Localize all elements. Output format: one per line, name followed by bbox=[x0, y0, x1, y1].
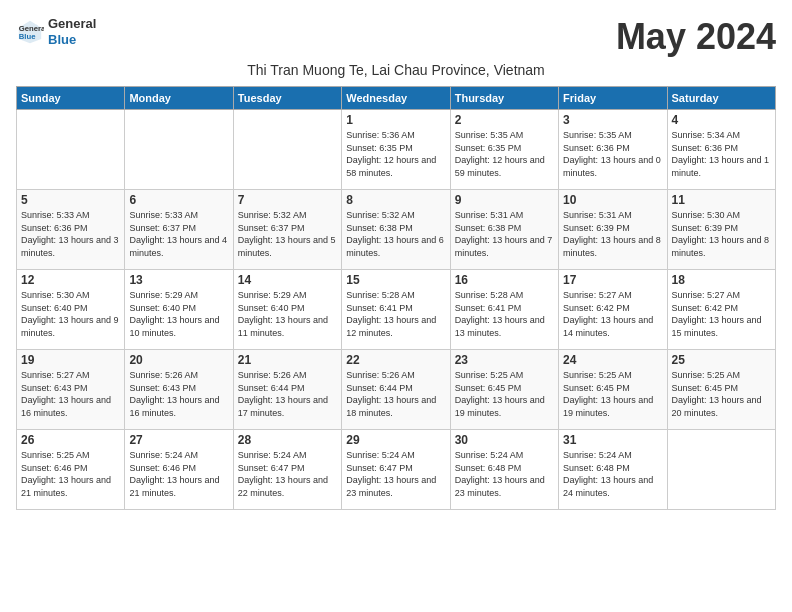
day-info: Sunrise: 5:24 AMSunset: 6:48 PMDaylight:… bbox=[455, 449, 554, 499]
day-info: Sunrise: 5:29 AMSunset: 6:40 PMDaylight:… bbox=[129, 289, 228, 339]
subtitle: Thi Tran Muong Te, Lai Chau Province, Vi… bbox=[16, 62, 776, 78]
day-header-monday: Monday bbox=[125, 87, 233, 110]
calendar-cell: 13Sunrise: 5:29 AMSunset: 6:40 PMDayligh… bbox=[125, 270, 233, 350]
calendar-cell bbox=[125, 110, 233, 190]
calendar-table: SundayMondayTuesdayWednesdayThursdayFrid… bbox=[16, 86, 776, 510]
day-number: 9 bbox=[455, 193, 554, 207]
day-info: Sunrise: 5:33 AMSunset: 6:37 PMDaylight:… bbox=[129, 209, 228, 259]
day-info: Sunrise: 5:32 AMSunset: 6:37 PMDaylight:… bbox=[238, 209, 337, 259]
day-info: Sunrise: 5:25 AMSunset: 6:45 PMDaylight:… bbox=[455, 369, 554, 419]
calendar-week-5: 26Sunrise: 5:25 AMSunset: 6:46 PMDayligh… bbox=[17, 430, 776, 510]
day-info: Sunrise: 5:24 AMSunset: 6:47 PMDaylight:… bbox=[346, 449, 445, 499]
calendar-cell: 5Sunrise: 5:33 AMSunset: 6:36 PMDaylight… bbox=[17, 190, 125, 270]
calendar-cell: 8Sunrise: 5:32 AMSunset: 6:38 PMDaylight… bbox=[342, 190, 450, 270]
day-number: 28 bbox=[238, 433, 337, 447]
calendar-cell: 24Sunrise: 5:25 AMSunset: 6:45 PMDayligh… bbox=[559, 350, 667, 430]
day-number: 7 bbox=[238, 193, 337, 207]
day-info: Sunrise: 5:32 AMSunset: 6:38 PMDaylight:… bbox=[346, 209, 445, 259]
day-number: 24 bbox=[563, 353, 662, 367]
day-info: Sunrise: 5:24 AMSunset: 6:48 PMDaylight:… bbox=[563, 449, 662, 499]
day-number: 20 bbox=[129, 353, 228, 367]
calendar-cell: 21Sunrise: 5:26 AMSunset: 6:44 PMDayligh… bbox=[233, 350, 341, 430]
calendar-cell: 29Sunrise: 5:24 AMSunset: 6:47 PMDayligh… bbox=[342, 430, 450, 510]
calendar-cell: 10Sunrise: 5:31 AMSunset: 6:39 PMDayligh… bbox=[559, 190, 667, 270]
day-number: 6 bbox=[129, 193, 228, 207]
day-number: 29 bbox=[346, 433, 445, 447]
calendar-cell: 2Sunrise: 5:35 AMSunset: 6:35 PMDaylight… bbox=[450, 110, 558, 190]
day-number: 1 bbox=[346, 113, 445, 127]
day-info: Sunrise: 5:31 AMSunset: 6:39 PMDaylight:… bbox=[563, 209, 662, 259]
calendar-cell: 19Sunrise: 5:27 AMSunset: 6:43 PMDayligh… bbox=[17, 350, 125, 430]
day-number: 27 bbox=[129, 433, 228, 447]
calendar-cell: 26Sunrise: 5:25 AMSunset: 6:46 PMDayligh… bbox=[17, 430, 125, 510]
day-number: 11 bbox=[672, 193, 771, 207]
day-number: 3 bbox=[563, 113, 662, 127]
day-header-tuesday: Tuesday bbox=[233, 87, 341, 110]
day-info: Sunrise: 5:24 AMSunset: 6:46 PMDaylight:… bbox=[129, 449, 228, 499]
calendar-cell: 11Sunrise: 5:30 AMSunset: 6:39 PMDayligh… bbox=[667, 190, 775, 270]
day-info: Sunrise: 5:29 AMSunset: 6:40 PMDaylight:… bbox=[238, 289, 337, 339]
day-info: Sunrise: 5:34 AMSunset: 6:36 PMDaylight:… bbox=[672, 129, 771, 179]
day-number: 21 bbox=[238, 353, 337, 367]
calendar-cell: 15Sunrise: 5:28 AMSunset: 6:41 PMDayligh… bbox=[342, 270, 450, 350]
calendar-week-2: 5Sunrise: 5:33 AMSunset: 6:36 PMDaylight… bbox=[17, 190, 776, 270]
calendar-cell: 12Sunrise: 5:30 AMSunset: 6:40 PMDayligh… bbox=[17, 270, 125, 350]
logo-text-general: General bbox=[48, 16, 96, 32]
day-number: 31 bbox=[563, 433, 662, 447]
calendar-cell: 25Sunrise: 5:25 AMSunset: 6:45 PMDayligh… bbox=[667, 350, 775, 430]
day-info: Sunrise: 5:36 AMSunset: 6:35 PMDaylight:… bbox=[346, 129, 445, 179]
day-number: 12 bbox=[21, 273, 120, 287]
calendar-cell bbox=[233, 110, 341, 190]
day-info: Sunrise: 5:31 AMSunset: 6:38 PMDaylight:… bbox=[455, 209, 554, 259]
calendar-cell: 17Sunrise: 5:27 AMSunset: 6:42 PMDayligh… bbox=[559, 270, 667, 350]
day-info: Sunrise: 5:27 AMSunset: 6:42 PMDaylight:… bbox=[563, 289, 662, 339]
calendar-cell: 30Sunrise: 5:24 AMSunset: 6:48 PMDayligh… bbox=[450, 430, 558, 510]
calendar-cell bbox=[667, 430, 775, 510]
day-number: 30 bbox=[455, 433, 554, 447]
day-info: Sunrise: 5:27 AMSunset: 6:43 PMDaylight:… bbox=[21, 369, 120, 419]
day-number: 19 bbox=[21, 353, 120, 367]
calendar-week-4: 19Sunrise: 5:27 AMSunset: 6:43 PMDayligh… bbox=[17, 350, 776, 430]
calendar-cell: 3Sunrise: 5:35 AMSunset: 6:36 PMDaylight… bbox=[559, 110, 667, 190]
logo: General Blue General Blue bbox=[16, 16, 96, 47]
calendar-cell: 20Sunrise: 5:26 AMSunset: 6:43 PMDayligh… bbox=[125, 350, 233, 430]
day-info: Sunrise: 5:30 AMSunset: 6:39 PMDaylight:… bbox=[672, 209, 771, 259]
calendar-cell: 6Sunrise: 5:33 AMSunset: 6:37 PMDaylight… bbox=[125, 190, 233, 270]
calendar-cell: 22Sunrise: 5:26 AMSunset: 6:44 PMDayligh… bbox=[342, 350, 450, 430]
day-info: Sunrise: 5:25 AMSunset: 6:46 PMDaylight:… bbox=[21, 449, 120, 499]
calendar-cell: 4Sunrise: 5:34 AMSunset: 6:36 PMDaylight… bbox=[667, 110, 775, 190]
day-info: Sunrise: 5:25 AMSunset: 6:45 PMDaylight:… bbox=[563, 369, 662, 419]
page-header: General Blue General Blue May 2024 bbox=[16, 16, 776, 58]
calendar-cell: 23Sunrise: 5:25 AMSunset: 6:45 PMDayligh… bbox=[450, 350, 558, 430]
calendar-cell bbox=[17, 110, 125, 190]
calendar-cell: 14Sunrise: 5:29 AMSunset: 6:40 PMDayligh… bbox=[233, 270, 341, 350]
day-info: Sunrise: 5:24 AMSunset: 6:47 PMDaylight:… bbox=[238, 449, 337, 499]
day-info: Sunrise: 5:27 AMSunset: 6:42 PMDaylight:… bbox=[672, 289, 771, 339]
calendar-cell: 1Sunrise: 5:36 AMSunset: 6:35 PMDaylight… bbox=[342, 110, 450, 190]
day-number: 16 bbox=[455, 273, 554, 287]
svg-text:General: General bbox=[19, 23, 44, 32]
calendar-cell: 9Sunrise: 5:31 AMSunset: 6:38 PMDaylight… bbox=[450, 190, 558, 270]
day-number: 26 bbox=[21, 433, 120, 447]
day-number: 23 bbox=[455, 353, 554, 367]
day-info: Sunrise: 5:35 AMSunset: 6:35 PMDaylight:… bbox=[455, 129, 554, 179]
logo-icon: General Blue bbox=[16, 18, 44, 46]
month-title: May 2024 bbox=[616, 16, 776, 58]
day-header-thursday: Thursday bbox=[450, 87, 558, 110]
day-number: 2 bbox=[455, 113, 554, 127]
day-number: 8 bbox=[346, 193, 445, 207]
calendar-header-row: SundayMondayTuesdayWednesdayThursdayFrid… bbox=[17, 87, 776, 110]
day-info: Sunrise: 5:26 AMSunset: 6:44 PMDaylight:… bbox=[346, 369, 445, 419]
day-info: Sunrise: 5:25 AMSunset: 6:45 PMDaylight:… bbox=[672, 369, 771, 419]
day-info: Sunrise: 5:28 AMSunset: 6:41 PMDaylight:… bbox=[455, 289, 554, 339]
day-number: 25 bbox=[672, 353, 771, 367]
day-info: Sunrise: 5:30 AMSunset: 6:40 PMDaylight:… bbox=[21, 289, 120, 339]
calendar-cell: 28Sunrise: 5:24 AMSunset: 6:47 PMDayligh… bbox=[233, 430, 341, 510]
svg-text:Blue: Blue bbox=[19, 32, 36, 41]
day-header-sunday: Sunday bbox=[17, 87, 125, 110]
day-info: Sunrise: 5:26 AMSunset: 6:44 PMDaylight:… bbox=[238, 369, 337, 419]
day-number: 4 bbox=[672, 113, 771, 127]
logo-text-blue: Blue bbox=[48, 32, 96, 48]
day-number: 15 bbox=[346, 273, 445, 287]
day-info: Sunrise: 5:28 AMSunset: 6:41 PMDaylight:… bbox=[346, 289, 445, 339]
